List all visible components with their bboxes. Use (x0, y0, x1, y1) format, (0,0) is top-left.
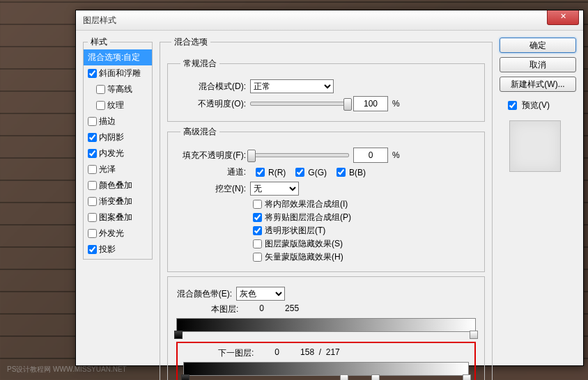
style-item-12[interactable]: 投影 (84, 242, 152, 258)
channel-r-check[interactable] (256, 168, 265, 177)
preview-check[interactable] (508, 101, 517, 110)
style-item-0[interactable]: 混合选项:自定 (84, 49, 152, 65)
style-item-7[interactable]: 光泽 (84, 161, 152, 177)
knockout-select[interactable]: 无 (250, 182, 299, 196)
knockout-label: 挖空(N): (176, 183, 246, 195)
advanced-legend: 高级混合 (180, 126, 219, 138)
style-check-10[interactable] (88, 213, 97, 222)
titlebar[interactable]: 图层样式 ✕ (76, 10, 583, 31)
style-check-4[interactable] (88, 117, 97, 126)
style-item-5[interactable]: 内阴影 (84, 129, 152, 145)
under-layer-label: 下一图层: (218, 347, 254, 359)
style-check-6[interactable] (88, 149, 97, 158)
adv-check-row-1: 将剪贴图层混合成组(P) (253, 212, 476, 223)
style-check-1[interactable] (88, 69, 97, 78)
style-check-12[interactable] (88, 245, 97, 254)
this-layer-low: 0 (259, 303, 264, 315)
adv-check-row-3: 图层蒙版隐藏效果(S) (253, 238, 476, 250)
style-check-3[interactable] (96, 101, 105, 110)
blend-if-select[interactable]: 灰色 (236, 287, 285, 301)
fill-opacity-input[interactable] (353, 148, 388, 163)
this-layer-label: 本图层: (211, 303, 238, 315)
this-layer-gradient[interactable] (176, 318, 476, 332)
style-item-2[interactable]: 等高线 (84, 81, 152, 97)
options-legend: 混合选项 (171, 36, 210, 48)
highlight-box: 下一图层: 0 158 / 217 (176, 342, 476, 380)
percent-1: % (392, 99, 400, 109)
percent-2: % (392, 150, 400, 160)
blend-mode-label: 混合模式(D): (176, 81, 246, 93)
style-check-7[interactable] (88, 165, 97, 174)
adv-check-4[interactable] (253, 253, 262, 262)
new-style-button[interactable]: 新建样式(W)... (500, 77, 576, 92)
style-check-9[interactable] (88, 197, 97, 206)
adv-check-row-2: 透明形状图层(T) (253, 225, 476, 237)
fill-opacity-label: 填充不透明度(F): (176, 150, 246, 161)
opacity-slider[interactable] (250, 102, 349, 106)
style-item-10[interactable]: 图案叠加 (84, 209, 152, 225)
adv-check-3[interactable] (253, 239, 262, 248)
style-check-11[interactable] (88, 229, 97, 238)
adv-check-0[interactable] (253, 200, 262, 209)
style-item-6[interactable]: 内发光 (84, 145, 152, 161)
preview-label: 预览(V) (522, 100, 550, 111)
layer-style-dialog: 图层样式 ✕ 样式 混合选项:自定斜面和浮雕等高线纹理描边内阴影内发光光泽颜色叠… (75, 10, 584, 366)
this-layer-high: 255 (285, 303, 299, 315)
style-item-1[interactable]: 斜面和浮雕 (84, 65, 152, 81)
style-item-11[interactable]: 外发光 (84, 225, 152, 242)
style-item-8[interactable]: 颜色叠加 (84, 177, 152, 193)
general-legend: 常规混合 (180, 58, 219, 70)
blend-mode-select[interactable]: 正常 (250, 79, 334, 93)
adv-check-2[interactable] (253, 226, 262, 235)
opacity-input[interactable] (353, 96, 388, 111)
opacity-label: 不透明度(O): (176, 98, 246, 110)
style-item-4[interactable]: 描边 (84, 113, 152, 129)
adv-check-row-0: 将内部效果混合成组(I) (253, 198, 476, 210)
channel-g-check[interactable] (295, 168, 304, 177)
style-check-2[interactable] (96, 85, 105, 94)
style-list: 混合选项:自定斜面和浮雕等高线纹理描边内阴影内发光光泽颜色叠加渐变叠加图案叠加外… (84, 48, 152, 259)
style-check-8[interactable] (88, 181, 97, 190)
center-panel: 混合选项 常规混合 混合模式(D): 正常 不透明度(O): % 高级混合 (160, 36, 493, 361)
styles-panel: 样式 混合选项:自定斜面和浮雕等高线纹理描边内阴影内发光光泽颜色叠加渐变叠加图案… (83, 36, 153, 361)
close-button[interactable]: ✕ (547, 10, 579, 25)
channel-b-check[interactable] (336, 168, 346, 177)
cancel-button[interactable]: 取消 (500, 57, 576, 72)
style-item-3[interactable]: 纹理 (84, 97, 152, 113)
blend-if-label: 混合颜色带(E): (176, 288, 232, 300)
adv-check-1[interactable] (253, 213, 262, 222)
style-item-9[interactable]: 渐变叠加 (84, 193, 152, 209)
ok-button[interactable]: 确定 (500, 38, 576, 53)
under-layer-low: 0 (274, 347, 279, 359)
channels-label: 通道: (176, 166, 246, 178)
right-panel: 确定 取消 新建样式(W)... 预览(V) (500, 36, 576, 361)
adv-check-row-4: 矢量蒙版隐藏效果(H) (253, 251, 476, 263)
style-check-5[interactable] (88, 133, 97, 142)
dialog-title: 图层样式 (83, 15, 116, 26)
under-layer-gradient[interactable] (183, 362, 469, 376)
fill-opacity-slider[interactable] (250, 153, 349, 157)
styles-legend: 样式 (88, 36, 110, 48)
preview-swatch (509, 120, 561, 172)
